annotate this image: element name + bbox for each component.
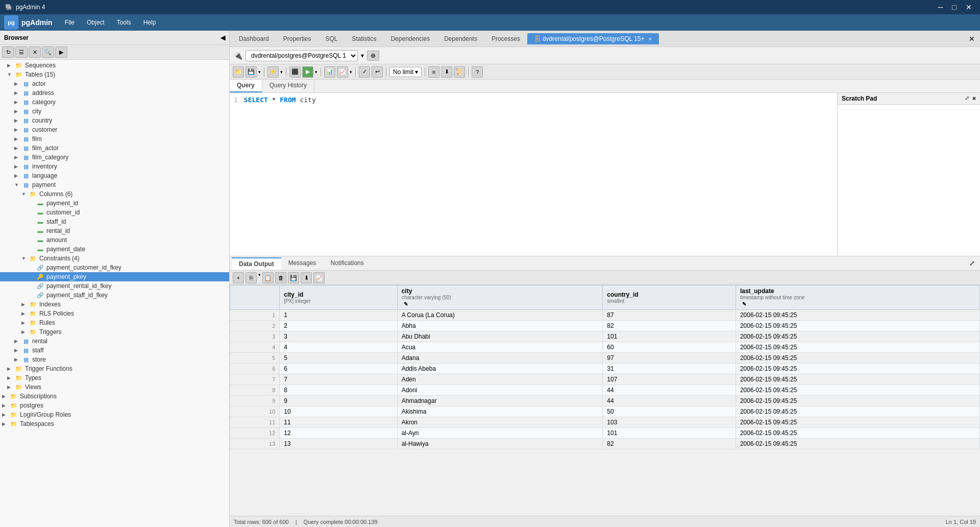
tree-item-category[interactable]: ▶▦category: [0, 98, 229, 107]
tree-item-views[interactable]: ▶📁Views: [0, 382, 229, 392]
rollback-button[interactable]: ↩: [372, 66, 383, 78]
tree-item-city[interactable]: ▶▦city: [0, 107, 229, 116]
cell-country_id[interactable]: 87: [603, 310, 736, 321]
tree-item-indexes[interactable]: ▶📁Indexes: [0, 300, 229, 309]
add-row-button[interactable]: +: [233, 272, 244, 283]
tree-item-rules[interactable]: ▶📁Rules: [0, 318, 229, 327]
cell-city[interactable]: Ahmadnagar: [397, 396, 603, 406]
cell-city_id[interactable]: 1: [280, 310, 397, 321]
tab-properties[interactable]: Properties: [276, 33, 318, 44]
paste-button[interactable]: 📋: [262, 272, 274, 283]
cell-country_id[interactable]: 97: [603, 353, 736, 364]
table-row[interactable]: 11A Corua (La Corua)872006-02-15 09:45:2…: [230, 310, 980, 321]
result-expand-icon[interactable]: ⤢: [966, 258, 978, 268]
save-dropdown[interactable]: ▾: [258, 69, 261, 75]
delete-button[interactable]: ✕: [29, 46, 41, 58]
cell-last_update[interactable]: 2006-02-15 09:45:25: [736, 439, 979, 449]
cell-last_update[interactable]: 2006-02-15 09:45:25: [736, 406, 979, 417]
tab-dashboard[interactable]: Dashboard: [232, 33, 276, 44]
query-history-tab[interactable]: Query History: [262, 80, 314, 92]
menu-object[interactable]: Object: [82, 17, 110, 28]
cell-city_id[interactable]: 7: [280, 374, 397, 385]
cell-city_id[interactable]: 6: [280, 364, 397, 374]
menu-help[interactable]: Help: [138, 17, 161, 28]
cell-city[interactable]: Acua: [397, 342, 603, 353]
cell-city_id[interactable]: 5: [280, 353, 397, 364]
code-editor[interactable]: 1SELECT * FROM city: [230, 93, 837, 256]
tree-item-film_actor[interactable]: ▶▦film_actor: [0, 143, 229, 153]
cell-last_update[interactable]: 2006-02-15 09:45:25: [736, 353, 979, 364]
tree-item-film_category[interactable]: ▶▦film_category: [0, 153, 229, 162]
close-button[interactable]: ✕: [963, 2, 975, 12]
scratch-pad-content[interactable]: [838, 105, 980, 256]
tree-item-subscriptions[interactable]: ▶📁Subscriptions: [0, 392, 229, 401]
cell-city[interactable]: Akron: [397, 417, 603, 428]
table-row[interactable]: 33Abu Dhabi1012006-02-15 09:45:25: [230, 331, 980, 342]
table-row[interactable]: 44Acua602006-02-15 09:45:25: [230, 342, 980, 353]
edit-icon[interactable]: ✎: [404, 301, 408, 307]
cell-country_id[interactable]: 101: [603, 331, 736, 342]
run-dropdown[interactable]: ▾: [315, 69, 317, 75]
cell-city[interactable]: A Corua (La Corua): [397, 310, 603, 321]
tree-item-sequences[interactable]: ▶📁Sequences: [0, 61, 229, 70]
cell-city[interactable]: al-Ayn: [397, 428, 603, 439]
tree-item-rental_id[interactable]: ▬rental_id: [0, 226, 229, 235]
cell-last_update[interactable]: 2006-02-15 09:45:25: [736, 396, 979, 406]
cell-city[interactable]: Addis Abeba: [397, 364, 603, 374]
cell-city_id[interactable]: 8: [280, 385, 397, 396]
cell-city[interactable]: Adana: [397, 353, 603, 364]
table-row[interactable]: 66Addis Abeba312006-02-15 09:45:25: [230, 364, 980, 374]
tree-item-language[interactable]: ▶▦language: [0, 171, 229, 180]
tree-item-login/group-roles[interactable]: ▶📁Login/Group Roles: [0, 410, 229, 419]
tree-item-trigger-functions[interactable]: ▶📁Trigger Functions: [0, 364, 229, 373]
tree-item-customer[interactable]: ▶▦customer: [0, 125, 229, 134]
tab-messages[interactable]: Messages: [281, 257, 324, 270]
tree-item-tables-15[interactable]: ▼📁Tables (15): [0, 70, 229, 79]
tree-item-address[interactable]: ▶▦address: [0, 88, 229, 98]
open-file-button[interactable]: 📁: [233, 66, 244, 78]
col-city-id[interactable]: city_id[PK] integer: [280, 285, 397, 310]
cell-city_id[interactable]: 13: [280, 439, 397, 449]
cell-city[interactable]: Akishima: [397, 406, 603, 417]
tree-item-payment_pkey[interactable]: 🔑payment_pkey: [0, 272, 229, 281]
tree-item-payment_date[interactable]: ▬payment_date: [0, 245, 229, 254]
cell-city[interactable]: Abha: [397, 321, 603, 331]
tab-close-icon[interactable]: ×: [648, 36, 651, 42]
tab-dependencies[interactable]: Dependencies: [383, 33, 437, 44]
cell-country_id[interactable]: 60: [603, 342, 736, 353]
delete-row-button[interactable]: 🗑: [275, 272, 286, 283]
cell-country_id[interactable]: 101: [603, 428, 736, 439]
tree-item-payment_customer_id_fkey[interactable]: 🔗payment_customer_id_fkey: [0, 263, 229, 272]
col-city[interactable]: city character varying (50) ✎: [397, 285, 603, 310]
cell-city_id[interactable]: 4: [280, 342, 397, 353]
tree-item-tablespaces[interactable]: ▶📁Tablespaces: [0, 419, 229, 428]
tab-notifications[interactable]: Notifications: [323, 257, 371, 270]
cell-last_update[interactable]: 2006-02-15 09:45:25: [736, 321, 979, 331]
cell-country_id[interactable]: 82: [603, 321, 736, 331]
cell-country_id[interactable]: 44: [603, 385, 736, 396]
chart-button[interactable]: 📈: [313, 272, 325, 283]
copy-button[interactable]: ⎘: [246, 272, 257, 283]
tree-item-film[interactable]: ▶▦film: [0, 134, 229, 143]
cell-city_id[interactable]: 11: [280, 417, 397, 428]
tree-item-payment_id[interactable]: ▬payment_id: [0, 199, 229, 208]
cell-last_update[interactable]: 2006-02-15 09:45:25: [736, 310, 979, 321]
macro-button[interactable]: ⚡: [267, 66, 279, 78]
refresh-button[interactable]: ↻: [2, 46, 14, 58]
save-data-button[interactable]: 💾: [288, 272, 299, 283]
cell-last_update[interactable]: 2006-02-15 09:45:25: [736, 331, 979, 342]
tab-data-output[interactable]: Data Output: [232, 257, 281, 270]
cell-country_id[interactable]: 44: [603, 396, 736, 406]
cell-city[interactable]: Abu Dhabi: [397, 331, 603, 342]
help-button[interactable]: ?: [472, 66, 483, 78]
table-row[interactable]: 88Adoni442006-02-15 09:45:25: [230, 385, 980, 396]
tree-item-amount[interactable]: ▬amount: [0, 235, 229, 245]
cell-country_id[interactable]: 103: [603, 417, 736, 428]
table-row[interactable]: 1111Akron1032006-02-15 09:45:25: [230, 417, 980, 428]
tree-item-payment[interactable]: ▼▦payment: [0, 180, 229, 189]
commit-button[interactable]: ✓: [359, 66, 370, 78]
scratch-pad-close-icon[interactable]: ×: [972, 95, 976, 102]
menu-file[interactable]: File: [60, 17, 80, 28]
window-controls[interactable]: ─ □ ✕: [935, 2, 975, 12]
cell-city_id[interactable]: 12: [280, 428, 397, 439]
